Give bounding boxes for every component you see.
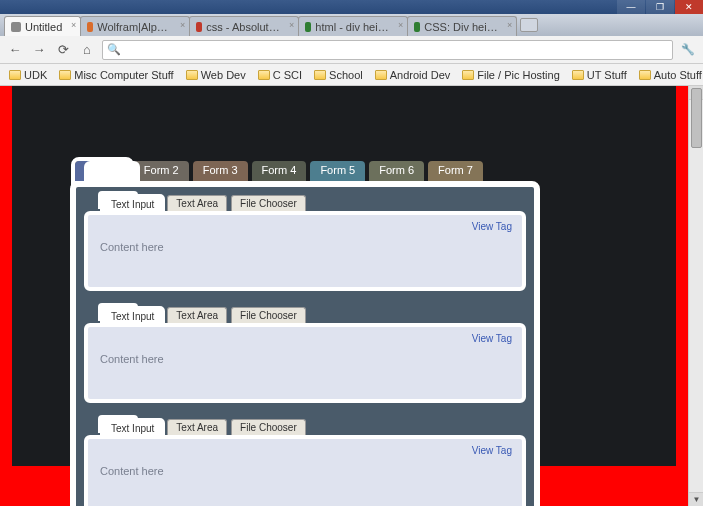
window-maximize-button[interactable]: ❐ — [646, 0, 674, 14]
tab-label: html - div height 100% - St — [315, 21, 389, 33]
browser-tab-active[interactable]: Untitled × — [4, 16, 81, 36]
inner-tab-text-input[interactable]: Text Input — [102, 196, 163, 212]
inner-tab-text-input[interactable]: Text Input — [102, 308, 163, 324]
inner-tab-text-area[interactable]: Text Area — [167, 419, 227, 435]
content-card: View Tag Content here — [84, 435, 526, 506]
forward-button[interactable]: → — [30, 41, 48, 59]
reload-button[interactable]: ⟳ — [54, 41, 72, 59]
inner-tabs-row: Text Input Text Area File Chooser — [102, 195, 526, 211]
folder-icon — [314, 70, 326, 80]
favicon-icon — [87, 22, 93, 32]
form-panel: Text Input Text Area File Chooser View T… — [70, 181, 540, 506]
browser-tab[interactable]: Wolfram|Alpha: Computat × — [80, 16, 190, 36]
close-icon[interactable]: × — [71, 20, 76, 30]
bookmark-folder[interactable]: Auto Stuff — [634, 67, 703, 83]
inner-tab-text-area[interactable]: Text Area — [167, 307, 227, 323]
inner-tab-file-chooser[interactable]: File Chooser — [231, 307, 306, 323]
address-bar[interactable]: 🔍 — [102, 40, 673, 60]
folder-icon — [9, 70, 21, 80]
view-tag-link[interactable]: View Tag — [472, 221, 512, 232]
favicon-icon — [196, 22, 202, 32]
bookmark-label: UT Stuff — [587, 69, 627, 81]
bookmark-label: Web Dev — [201, 69, 246, 81]
content-placeholder: Content here — [100, 241, 510, 253]
new-tab-button[interactable] — [520, 18, 538, 32]
content-placeholder: Content here — [100, 353, 510, 365]
bookmark-label: Android Dev — [390, 69, 451, 81]
back-button[interactable]: ← — [6, 41, 24, 59]
form-tab-7[interactable]: Form 7 — [428, 161, 483, 181]
form-tab-3[interactable]: Form 3 — [193, 161, 248, 181]
folder-icon — [572, 70, 584, 80]
browser-tab[interactable]: css - Absolute DIV height × — [189, 16, 299, 36]
tab-label: css - Absolute DIV height — [206, 21, 280, 33]
vertical-scrollbar[interactable]: ▲ ▼ — [688, 86, 703, 506]
inner-tab-file-chooser[interactable]: File Chooser — [231, 195, 306, 211]
bookmark-label: File / Pic Hosting — [477, 69, 560, 81]
bookmark-folder[interactable]: School — [309, 67, 368, 83]
scrollbar-thumb[interactable] — [691, 88, 702, 148]
close-icon[interactable]: × — [180, 20, 185, 30]
folder-icon — [258, 70, 270, 80]
bookmark-folder[interactable]: Misc Computer Stuff — [54, 67, 178, 83]
window-titlebar: — ❐ ✕ — [0, 0, 703, 14]
bookmark-label: UDK — [24, 69, 47, 81]
close-icon[interactable]: × — [289, 20, 294, 30]
inner-tab-text-area[interactable]: Text Area — [167, 195, 227, 211]
tab-label: Untitled — [25, 21, 62, 33]
inner-tab-text-input[interactable]: Text Input — [102, 420, 163, 436]
content-card: View Tag Content here — [84, 211, 526, 291]
inner-tab-file-chooser[interactable]: File Chooser — [231, 419, 306, 435]
window-close-button[interactable]: ✕ — [675, 0, 703, 14]
form-tab-6[interactable]: Form 6 — [369, 161, 424, 181]
bookmark-folder[interactable]: Android Dev — [370, 67, 456, 83]
folder-icon — [462, 70, 474, 80]
tab-label: CSS: Div height 100% and c — [424, 21, 498, 33]
favicon-icon — [414, 22, 420, 32]
inner-tabs-row: Text Input Text Area File Chooser — [102, 419, 526, 435]
content-card: View Tag Content here — [84, 323, 526, 403]
content-placeholder: Content here — [100, 465, 510, 477]
bookmark-folder[interactable]: Web Dev — [181, 67, 251, 83]
bookmark-folder[interactable]: UT Stuff — [567, 67, 632, 83]
form-section: Text Input Text Area File Chooser View T… — [84, 307, 526, 403]
bookmark-folder[interactable]: UDK — [4, 67, 52, 83]
form-section: Text Input Text Area File Chooser View T… — [84, 195, 526, 291]
bookmark-folder[interactable]: C SCI — [253, 67, 307, 83]
bookmark-label: School — [329, 69, 363, 81]
browser-tab[interactable]: html - div height 100% - St × — [298, 16, 408, 36]
folder-icon — [59, 70, 71, 80]
folder-icon — [375, 70, 387, 80]
view-tag-link[interactable]: View Tag — [472, 333, 512, 344]
form-tab-4[interactable]: Form 4 — [252, 161, 307, 181]
settings-wrench-icon[interactable]: 🔧 — [679, 41, 697, 59]
scroll-down-arrow-icon[interactable]: ▼ — [689, 492, 703, 506]
inner-tabs-row: Text Input Text Area File Chooser — [102, 307, 526, 323]
bookmarks-bar: UDK Misc Computer Stuff Web Dev C SCI Sc… — [0, 64, 703, 86]
bookmark-folder[interactable]: File / Pic Hosting — [457, 67, 565, 83]
favicon-icon — [11, 22, 21, 32]
window-minimize-button[interactable]: — — [617, 0, 645, 14]
form-tab-5[interactable]: Form 5 — [310, 161, 365, 181]
form-section: Text Input Text Area File Chooser View T… — [84, 419, 526, 506]
view-tag-link[interactable]: View Tag — [472, 445, 512, 456]
close-icon[interactable]: × — [507, 20, 512, 30]
bookmark-label: Misc Computer Stuff — [74, 69, 173, 81]
bookmark-label: Auto Stuff — [654, 69, 702, 81]
favicon-icon — [305, 22, 311, 32]
browser-toolbar: ← → ⟳ ⌂ 🔍 🔧 — [0, 36, 703, 64]
browser-tabstrip: Untitled × Wolfram|Alpha: Computat × css… — [0, 14, 703, 36]
form-tab-2[interactable]: Form 2 — [134, 161, 189, 181]
bookmark-label: C SCI — [273, 69, 302, 81]
close-icon[interactable]: × — [398, 20, 403, 30]
search-icon: 🔍 — [107, 43, 121, 56]
browser-tab[interactable]: CSS: Div height 100% and c × — [407, 16, 517, 36]
folder-icon — [639, 70, 651, 80]
page-viewport: Form 1 Form 2 Form 3 Form 4 Form 5 Form … — [0, 86, 703, 506]
folder-icon — [186, 70, 198, 80]
home-button[interactable]: ⌂ — [78, 41, 96, 59]
tab-label: Wolfram|Alpha: Computat — [97, 21, 171, 33]
